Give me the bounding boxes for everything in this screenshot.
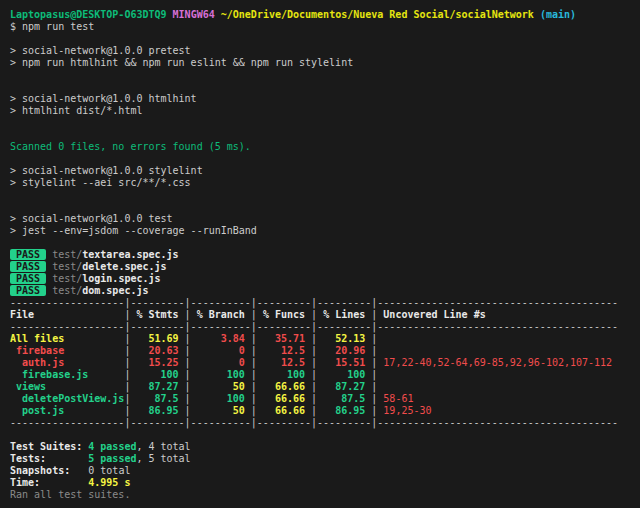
text-segment: 52.13 bbox=[317, 333, 371, 344]
coverage-row-firebase-js: firebase.js | 100 | 100 | 100 | 100 | bbox=[10, 369, 636, 381]
coverage-table-separator: -------------------|---------|----------… bbox=[10, 297, 636, 309]
coverage-row-all-files: All files | 51.69 | 3.84 | 35.71 | 52.13… bbox=[10, 333, 636, 345]
text-segment: 12.5 bbox=[257, 357, 311, 368]
coverage-row-delete-post-view-js: deletePostView.js| 87.5 | 100 | 66.66 | … bbox=[10, 393, 636, 405]
text-segment: -------------------|---------|----------… bbox=[10, 321, 618, 332]
text-segment: 86.95 bbox=[130, 405, 184, 416]
text-segment: 35.71 bbox=[257, 333, 311, 344]
text-segment: auth.js bbox=[10, 357, 124, 368]
text-segment: > jest --env=jsdom --coverage --runInBan… bbox=[10, 225, 257, 236]
text-segment: | bbox=[371, 369, 377, 380]
text-segment: 0 bbox=[191, 345, 251, 356]
npm-script-command-htmlhint: > htmlhint dist/*.html bbox=[10, 105, 636, 117]
text-segment: views bbox=[10, 381, 124, 392]
text-segment: -------------------|---------|----------… bbox=[10, 417, 618, 428]
text-segment: > htmlhint dist/*.html bbox=[10, 105, 142, 116]
text-segment: | bbox=[371, 345, 377, 356]
blank-line bbox=[10, 33, 636, 45]
text-segment: All files bbox=[10, 333, 124, 344]
text-segment: 87.27 bbox=[317, 381, 371, 392]
blank-line bbox=[10, 189, 636, 201]
terminal-screen: { "colors": { "background": "#1a1a1a", "… bbox=[0, 0, 640, 508]
coverage-table-separator: -------------------|---------|----------… bbox=[10, 417, 636, 429]
blank-line bbox=[10, 201, 636, 213]
test-file-name: textarea.spec.js bbox=[82, 249, 178, 260]
summary-label: Time: bbox=[10, 477, 88, 488]
blank-line bbox=[10, 237, 636, 249]
test-file-dir: test/ bbox=[52, 261, 82, 272]
npm-script-header-pretest: > social-network@1.0.0 pretest bbox=[10, 45, 636, 57]
coverage-row-views: views | 87.27 | 50 | 66.66 | 87.27 | bbox=[10, 381, 636, 393]
summary-time: Time: 4.995 s bbox=[10, 477, 636, 489]
text-segment: 87.5 bbox=[130, 393, 184, 404]
coverage-row-post-js: post.js | 86.95 | 50 | 66.66 | 86.95 | 1… bbox=[10, 405, 636, 417]
text-segment: 20.96 bbox=[317, 345, 371, 356]
blank-line bbox=[10, 117, 636, 129]
coverage-row-firebase: firebase | 20.63 | 0 | 12.5 | 20.96 | bbox=[10, 345, 636, 357]
text-segment: 66.66 bbox=[257, 381, 311, 392]
summary-label: Test Suites: bbox=[10, 441, 88, 452]
test-result-dom: PASS test/dom.spec.js bbox=[10, 285, 636, 297]
blank-line bbox=[10, 429, 636, 441]
summary-passed-count: 5 passed bbox=[88, 453, 136, 464]
text-segment: post.js bbox=[10, 405, 124, 416]
test-file-name: login.spec.js bbox=[82, 273, 160, 284]
prompt-git-branch: (main) bbox=[540, 9, 576, 20]
test-result-delete: PASS test/delete.spec.js bbox=[10, 261, 636, 273]
text-segment: % Stmts bbox=[130, 309, 184, 320]
terminal-output[interactable]: Laptopasus@DESKTOP-O63DTQ9 MINGW64 ~/One… bbox=[0, 0, 640, 508]
text-segment: % Branch bbox=[191, 309, 251, 320]
prompt-user-host: Laptopasus@DESKTOP-O63DTQ9 bbox=[10, 9, 167, 20]
summary-label: Snapshots: bbox=[10, 465, 88, 476]
blank-line bbox=[10, 153, 636, 165]
summary-time-value: 4.995 s bbox=[88, 477, 130, 488]
text-segment: % Funcs bbox=[257, 309, 311, 320]
prompt-cwd: ~/OneDrive/Documentos/Nueva Red Social/s… bbox=[221, 9, 534, 20]
test-file-dir: test/ bbox=[52, 273, 82, 284]
coverage-table-header: File | % Stmts | % Branch | % Funcs | % … bbox=[10, 309, 636, 321]
test-result-textarea: PASS test/textarea.spec.js bbox=[10, 249, 636, 261]
text-segment: firebase bbox=[10, 345, 124, 356]
text-segment: 100 bbox=[191, 393, 251, 404]
text-segment: > stylelint --aei src/**/*.css bbox=[10, 177, 191, 188]
prompt-platform: MINGW64 bbox=[173, 9, 215, 20]
summary-total-count: , 4 total bbox=[136, 441, 190, 452]
test-result-login: PASS test/login.spec.js bbox=[10, 273, 636, 285]
text-segment: 0 bbox=[191, 357, 251, 368]
text-segment: | bbox=[371, 381, 377, 392]
pass-badge: PASS bbox=[10, 249, 46, 260]
npm-script-header-htmlhint: > social-network@1.0.0 htmlhint bbox=[10, 93, 636, 105]
text-segment: deletePostView.js bbox=[10, 393, 124, 404]
summary-label: Tests: bbox=[10, 453, 88, 464]
text-segment: Uncovered Line #s bbox=[377, 309, 485, 320]
text-segment: Scanned 0 files, no errors found (5 ms). bbox=[10, 141, 251, 152]
coverage-table-separator: -------------------|---------|----------… bbox=[10, 321, 636, 333]
uncovered-lines: 19,25-30 bbox=[377, 405, 431, 416]
coverage-row-auth-js: auth.js | 15.25 | 0 | 12.5 | 15.51 | 17,… bbox=[10, 357, 636, 369]
htmlhint-result: Scanned 0 files, no errors found (5 ms). bbox=[10, 141, 636, 153]
npm-script-header-stylelint: > social-network@1.0.0 stylelint bbox=[10, 165, 636, 177]
text-segment: % Lines bbox=[317, 309, 371, 320]
text-segment: > social-network@1.0.0 test bbox=[10, 213, 173, 224]
text-segment: 87.27 bbox=[130, 381, 184, 392]
text-segment: 15.51 bbox=[317, 357, 371, 368]
npm-script-header-test: > social-network@1.0.0 test bbox=[10, 213, 636, 225]
summary-passed-count: 4 passed bbox=[88, 441, 136, 452]
text-segment: > social-network@1.0.0 htmlhint bbox=[10, 93, 197, 104]
summary-test-suites: Test Suites: 4 passed, 4 total bbox=[10, 441, 636, 453]
pass-badge: PASS bbox=[10, 261, 46, 272]
text-segment: 87.5 bbox=[317, 393, 371, 404]
text-segment: firebase.js bbox=[10, 369, 124, 380]
blank-line bbox=[10, 69, 636, 81]
test-file-name: dom.spec.js bbox=[82, 285, 148, 296]
text-segment: 3.84 bbox=[191, 333, 251, 344]
text-segment: 15.25 bbox=[130, 357, 184, 368]
summary-total-count: 0 total bbox=[88, 465, 130, 476]
summary-total-count: , 5 total bbox=[136, 453, 190, 464]
command-input: $ npm run test bbox=[10, 21, 636, 33]
text-segment: 66.66 bbox=[257, 405, 311, 416]
text-segment: 86.95 bbox=[317, 405, 371, 416]
text-segment: | bbox=[371, 333, 377, 344]
pass-badge: PASS bbox=[10, 285, 46, 296]
typed-command: $ npm run test bbox=[10, 21, 94, 32]
